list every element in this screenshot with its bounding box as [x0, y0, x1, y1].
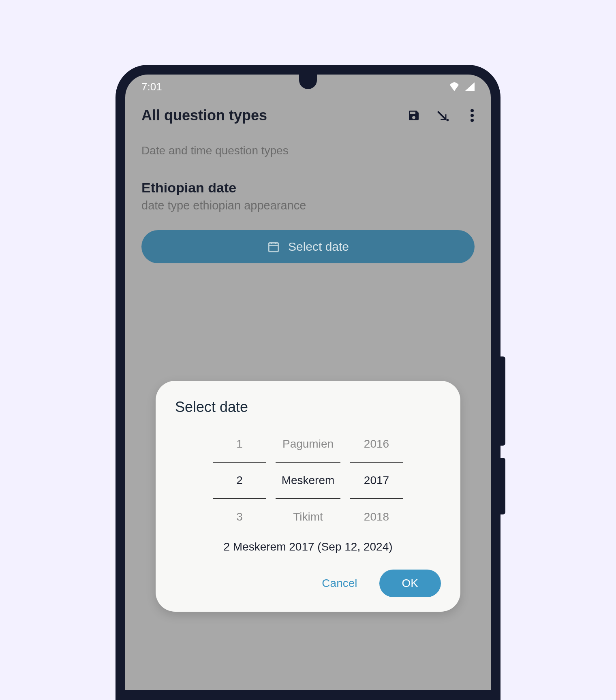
phone-screen: 7:01 All question types — [125, 75, 491, 690]
month-current[interactable]: Meskerem — [276, 462, 340, 499]
phone-notch — [299, 71, 317, 89]
volume-button — [500, 356, 505, 446]
svg-point-0 — [447, 119, 449, 122]
cancel-button[interactable]: Cancel — [312, 570, 367, 596]
year-next[interactable]: 2018 — [364, 506, 389, 527]
navigate-icon[interactable] — [436, 108, 450, 123]
dialog-title: Select date — [175, 399, 441, 416]
section-header: Date and time question types — [141, 144, 475, 157]
signal-icon — [464, 82, 475, 91]
save-icon[interactable] — [406, 108, 421, 123]
status-time: 7:01 — [141, 81, 162, 93]
page-title: All question types — [141, 107, 267, 124]
more-options-icon[interactable] — [465, 108, 479, 123]
day-next[interactable]: 3 — [236, 506, 243, 527]
app-bar: All question types — [125, 99, 491, 132]
wifi-icon — [449, 82, 460, 91]
app-bar-actions — [406, 108, 479, 123]
select-date-label: Select date — [288, 240, 349, 254]
content-area: Date and time question types Ethiopian d… — [125, 132, 491, 275]
month-next[interactable]: Tikimt — [293, 506, 323, 527]
question-title: Ethiopian date — [141, 180, 475, 196]
month-picker[interactable]: Pagumien Meskerem Tikimt — [276, 433, 340, 527]
dialog-actions: Cancel OK — [175, 570, 441, 597]
day-prev[interactable]: 1 — [236, 433, 243, 455]
date-picker-wheels: 1 2 3 Pagumien Meskerem Tikimt 2016 2017… — [175, 433, 441, 527]
svg-point-1 — [471, 109, 474, 112]
svg-rect-4 — [269, 243, 278, 252]
day-current[interactable]: 2 — [213, 462, 266, 499]
year-picker[interactable]: 2016 2017 2018 — [350, 433, 403, 527]
svg-point-2 — [471, 114, 474, 117]
selected-date-display: 2 Meskerem 2017 (Sep 12, 2024) — [175, 540, 441, 553]
status-icons — [449, 82, 475, 91]
power-button — [500, 458, 505, 514]
ok-button[interactable]: OK — [379, 570, 441, 597]
select-date-button[interactable]: Select date — [141, 230, 475, 263]
question-hint: date type ethiopian appearance — [141, 199, 475, 212]
year-current[interactable]: 2017 — [350, 462, 403, 499]
calendar-icon — [267, 240, 280, 253]
year-prev[interactable]: 2016 — [364, 433, 389, 455]
phone-frame: 7:01 All question types — [116, 65, 500, 700]
date-picker-dialog: Select date 1 2 3 Pagumien Meskerem Tiki… — [156, 381, 460, 612]
month-prev[interactable]: Pagumien — [282, 433, 334, 455]
svg-point-3 — [471, 119, 474, 122]
day-picker[interactable]: 1 2 3 — [213, 433, 266, 527]
